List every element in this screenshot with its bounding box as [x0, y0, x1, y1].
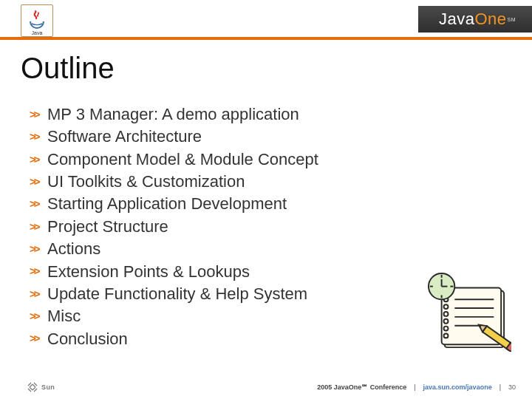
- bullet-arrow-icon: >>: [30, 242, 43, 257]
- list-item: >>Component Model & Module Concept: [30, 149, 318, 171]
- bullet-text: UI Toolkits & Customization: [47, 171, 245, 193]
- separator: |: [414, 383, 415, 391]
- java-logo-icon: Java: [21, 4, 53, 37]
- brand-title: JavaOneSM: [418, 6, 532, 33]
- footer-right: 2005 JavaOne℠ Conference | java.sun.com/…: [317, 383, 516, 391]
- bullet-list: >>MP 3 Manager: A demo application >>Sof…: [30, 103, 318, 350]
- bullet-arrow-icon: >>: [30, 197, 43, 212]
- list-item: >>Extension Points & Lookups: [30, 261, 318, 283]
- bullet-arrow-icon: >>: [30, 264, 43, 279]
- bullet-arrow-icon: >>: [30, 174, 43, 190]
- bullet-arrow-icon: >>: [30, 219, 43, 235]
- notebook-clock-icon: [424, 270, 511, 352]
- bullet-arrow-icon: >>: [30, 129, 43, 145]
- list-item: >>Starting Application Development: [30, 193, 318, 215]
- page-number: 30: [508, 383, 516, 391]
- steam-cup-icon: [26, 10, 48, 30]
- bullet-text: Update Functionality & Help System: [47, 283, 307, 305]
- sun-logo: Sun: [27, 381, 55, 393]
- bullet-arrow-icon: >>: [30, 287, 43, 302]
- slide-title: Outline: [21, 52, 115, 85]
- brand-prefix: Java: [439, 10, 474, 29]
- bullet-text: Starting Application Development: [47, 193, 287, 215]
- brand-tm: SM: [508, 17, 516, 22]
- bullet-text: Project Structure: [47, 216, 168, 238]
- list-item: >>UI Toolkits & Customization: [30, 171, 318, 193]
- list-item: >>Software Architecture: [30, 126, 318, 148]
- bullet-text: Extension Points & Lookups: [47, 261, 250, 283]
- bullet-text: MP 3 Manager: A demo application: [47, 103, 299, 126]
- bullet-arrow-icon: >>: [30, 309, 43, 324]
- brand-highlight: One: [474, 10, 506, 29]
- conference-label: 2005 JavaOne℠ Conference: [317, 383, 406, 391]
- bullet-arrow-icon: >>: [30, 152, 43, 168]
- separator: |: [499, 383, 501, 391]
- list-item: >>Conclusion: [30, 328, 318, 350]
- bullet-text: Software Architecture: [47, 126, 202, 148]
- bullet-arrow-icon: >>: [30, 107, 43, 123]
- slide-header: Java JavaOneSM: [0, 0, 532, 40]
- sun-label: Sun: [41, 383, 55, 391]
- list-item: >>Misc: [30, 305, 318, 327]
- java-logo-label: Java: [32, 30, 43, 35]
- bullet-text: Actions: [47, 238, 100, 260]
- list-item: >>MP 3 Manager: A demo application: [30, 103, 318, 126]
- bullet-text: Misc: [47, 305, 81, 327]
- footer-url: java.sun.com/javaone: [423, 383, 492, 391]
- list-item: >>Project Structure: [30, 216, 318, 238]
- list-item: >>Update Functionality & Help System: [30, 283, 318, 305]
- bullet-text: Component Model & Module Concept: [47, 149, 318, 171]
- slide-footer: Sun 2005 JavaOne℠ Conference | java.sun.…: [0, 381, 532, 393]
- bullet-arrow-icon: >>: [30, 331, 43, 347]
- bullet-text: Conclusion: [47, 328, 128, 350]
- list-item: >>Actions: [30, 238, 318, 260]
- sun-logo-icon: [27, 381, 38, 393]
